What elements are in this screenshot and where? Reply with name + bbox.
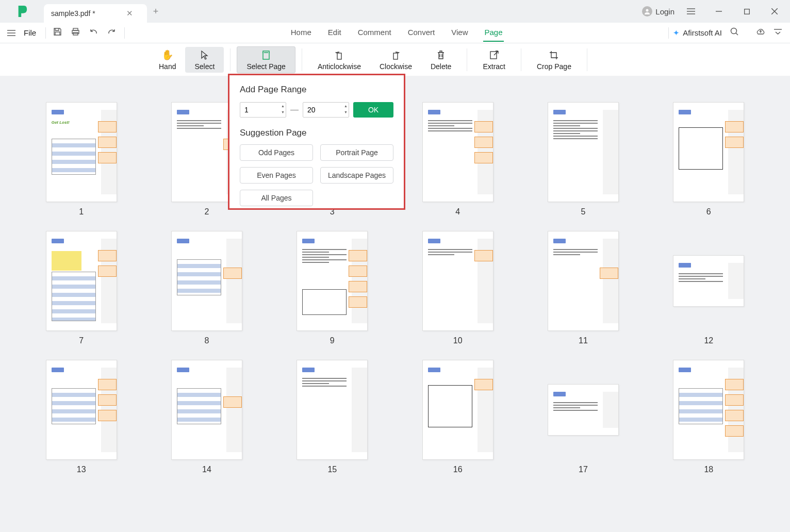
- all-pages-button[interactable]: All Pages: [240, 190, 313, 206]
- tool-extract[interactable]: Extract: [473, 47, 515, 73]
- page-thumbnail[interactable]: [673, 255, 744, 307]
- tool-label: Hand: [159, 62, 176, 71]
- page-cell: 4: [413, 102, 503, 217]
- even-pages-button[interactable]: Even Pages: [240, 167, 313, 184]
- page-cell: 11: [538, 231, 628, 345]
- page-cell: 5: [538, 102, 628, 217]
- page-thumbnail[interactable]: [673, 102, 744, 202]
- hamburger-icon[interactable]: [4, 30, 19, 36]
- tool-select-page[interactable]: Select Page: [237, 46, 295, 73]
- svg-line-15: [736, 33, 738, 35]
- sparkle-icon: ✦: [673, 28, 680, 38]
- page-thumbnail[interactable]: [46, 231, 117, 331]
- page-number: 15: [327, 465, 337, 474]
- tool-label: Delete: [431, 62, 451, 71]
- page-thumbnail[interactable]: [297, 360, 368, 460]
- tool-label: Anticlockwise: [318, 62, 361, 71]
- new-tab-button[interactable]: +: [147, 6, 164, 17]
- page-number: 7: [79, 336, 84, 345]
- collapse-icon[interactable]: [774, 28, 782, 38]
- page-thumbnail[interactable]: [46, 360, 117, 460]
- page-thumbnail[interactable]: [297, 231, 368, 331]
- portrait-page-button[interactable]: Portrait Page: [320, 144, 393, 161]
- odd-pages-button[interactable]: Odd Pages: [240, 144, 313, 161]
- page-number: 16: [453, 465, 463, 474]
- tool-label: Select Page: [246, 62, 286, 71]
- page-number: 13: [77, 465, 86, 474]
- tool-select[interactable]: Select: [185, 47, 224, 73]
- menu-page[interactable]: Page: [483, 24, 503, 42]
- app-menu-icon[interactable]: [680, 4, 702, 19]
- popup-title: Add Page Range: [240, 85, 393, 95]
- suggestion-title: Suggestion Page: [240, 128, 393, 138]
- page-number: 10: [453, 336, 463, 345]
- page-number: 12: [704, 336, 713, 345]
- tool-crop-page[interactable]: Crop Page: [528, 47, 581, 73]
- document-tab[interactable]: sample3.pdf * ✕: [44, 4, 147, 23]
- login-button[interactable]: Login: [642, 6, 674, 16]
- spinner-down-icon[interactable]: ▼: [281, 109, 285, 115]
- divider: [587, 48, 587, 71]
- close-tab-icon[interactable]: ✕: [126, 9, 133, 18]
- page-thumbnail[interactable]: [422, 360, 493, 460]
- save-icon[interactable]: [53, 27, 62, 38]
- page-cell: 7: [36, 231, 126, 345]
- redo-icon[interactable]: [107, 28, 116, 38]
- page-number: 14: [202, 465, 211, 474]
- tool-label: Clockwise: [380, 62, 412, 71]
- tool-label: Select: [194, 62, 215, 71]
- print-icon[interactable]: [71, 27, 80, 38]
- divider: [124, 27, 125, 39]
- range-from-input[interactable]: ▲▼: [240, 102, 286, 118]
- page-thumbnail[interactable]: [171, 360, 242, 460]
- page-number: 9: [330, 336, 335, 345]
- page-thumbnail[interactable]: [171, 231, 242, 331]
- page-thumbnail[interactable]: Get Lost!: [46, 102, 117, 202]
- titlebar: sample3.pdf * ✕ + Login: [0, 0, 790, 23]
- page-number: 1: [79, 207, 84, 217]
- page-thumbnail[interactable]: [422, 231, 493, 331]
- hand-icon: ✋: [161, 49, 174, 61]
- range-dash: —: [290, 105, 299, 114]
- tool-delete[interactable]: Delete: [421, 47, 460, 73]
- page-cell: 12: [664, 231, 754, 345]
- menu-view[interactable]: View: [450, 24, 469, 42]
- undo-icon[interactable]: [89, 28, 98, 38]
- page-thumbnail[interactable]: [548, 231, 619, 331]
- divider: [668, 27, 669, 39]
- page-number: 8: [205, 336, 209, 345]
- menu-edit[interactable]: Edit: [327, 24, 342, 42]
- tool-anticlockwise[interactable]: Anticlockwise: [308, 47, 370, 73]
- page-thumbnail[interactable]: [422, 102, 493, 202]
- menu-home[interactable]: Home: [290, 24, 312, 42]
- file-menu[interactable]: File: [20, 28, 40, 37]
- divider: [467, 48, 467, 71]
- page-thumbnail[interactable]: [548, 384, 619, 436]
- ok-button[interactable]: OK: [353, 102, 393, 118]
- tool-hand[interactable]: ✋ Hand: [150, 47, 185, 73]
- close-window-button[interactable]: [763, 4, 786, 19]
- spinner-down-icon[interactable]: ▼: [344, 109, 348, 115]
- minimize-button[interactable]: [707, 4, 730, 19]
- page-number: 2: [205, 207, 209, 217]
- page-thumbnail[interactable]: [548, 102, 619, 202]
- page-number: 4: [455, 207, 460, 217]
- app-logo: [0, 5, 44, 18]
- search-icon[interactable]: [730, 27, 739, 38]
- range-to-input[interactable]: ▲▼: [303, 102, 349, 118]
- login-label: Login: [655, 7, 674, 16]
- landscape-pages-button[interactable]: Landscape Pages: [320, 167, 393, 184]
- maximize-button[interactable]: [735, 4, 758, 19]
- spinner-up-icon[interactable]: ▲: [281, 103, 285, 109]
- cloud-icon[interactable]: [755, 28, 766, 38]
- spinner-up-icon[interactable]: ▲: [344, 103, 348, 109]
- page-cell: 16: [413, 360, 503, 474]
- page-thumbnail[interactable]: [673, 360, 744, 460]
- page-cell: 15: [287, 360, 377, 474]
- tool-clockwise[interactable]: Clockwise: [370, 47, 421, 73]
- ai-link[interactable]: ✦ Afirstsoft AI: [673, 28, 722, 38]
- select-page-popup: Add Page Range ▲▼ — ▲▼ OK Suggestion Pag…: [228, 74, 405, 210]
- tool-label: Extract: [483, 62, 505, 71]
- menu-comment[interactable]: Comment: [357, 24, 392, 42]
- menu-convert[interactable]: Convert: [407, 24, 436, 42]
